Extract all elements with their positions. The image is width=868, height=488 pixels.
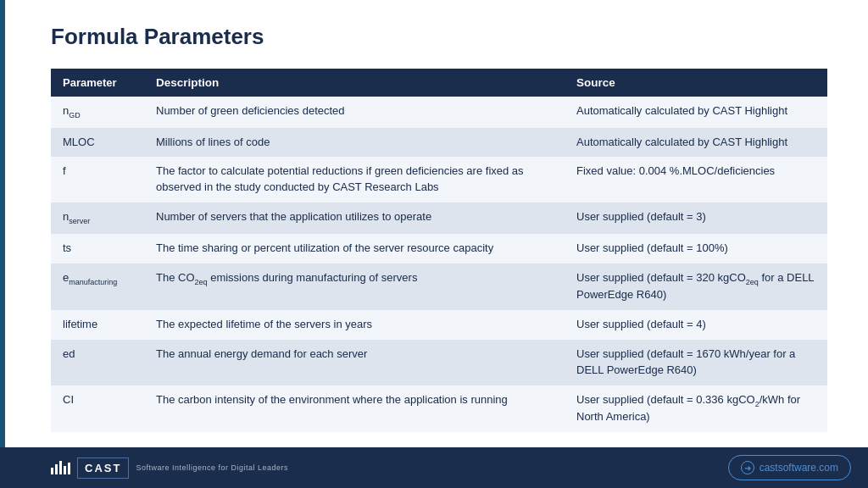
accent-bar	[0, 0, 5, 488]
page-content: Formula Parameters Parameter Description…	[0, 0, 868, 449]
table-row: CI The carbon intensity of the environme…	[51, 385, 827, 432]
table-row: lifetime The expected lifetime of the se…	[51, 310, 827, 340]
source-ts: User supplied (default = 100%)	[565, 234, 827, 263]
desc-ed: The annual energy demand for each server	[144, 340, 565, 385]
table-row: nserver Number of servers that the appli…	[51, 202, 827, 234]
page-title: Formula Parameters	[51, 24, 827, 50]
table-header-row: Parameter Description Source	[51, 69, 827, 97]
desc-emanufacturing: The CO2eq emissions during manufacturing…	[144, 263, 565, 310]
website-link[interactable]: ➜ castsoftware.com	[728, 455, 851, 480]
param-ts: ts	[51, 234, 144, 263]
bar5	[68, 463, 70, 474]
param-nserver: nserver	[51, 202, 144, 234]
cast-logo: CAST Software Intelligence for Digital L…	[51, 458, 288, 479]
website-text: castsoftware.com	[760, 462, 838, 474]
cast-logo-text: CAST	[85, 462, 121, 474]
source-ci: User supplied (default = 0.336 kgCO2/kWh…	[565, 385, 827, 432]
table-row: ed The annual energy demand for each ser…	[51, 340, 827, 385]
desc-ts: The time sharing or percent utilization …	[144, 234, 565, 263]
param-ed: ed	[51, 340, 144, 385]
bar3	[59, 461, 62, 474]
desc-nserver: Number of servers that the application u…	[144, 202, 565, 234]
header-source: Source	[565, 69, 827, 97]
header-description: Description	[144, 69, 565, 97]
param-f: f	[51, 157, 144, 202]
bar2	[55, 464, 58, 474]
desc-ngd: Number of green deficiencies detected	[144, 97, 565, 128]
bar1	[51, 468, 53, 474]
source-ed: User supplied (default = 1670 kWh/year f…	[565, 340, 827, 385]
param-lifetime: lifetime	[51, 310, 144, 340]
cast-tagline: Software Intelligence for Digital Leader…	[136, 463, 288, 472]
desc-mloc: Millions of lines of code	[144, 128, 565, 158]
desc-lifetime: The expected lifetime of the servers in …	[144, 310, 565, 340]
external-link-icon: ➜	[741, 461, 754, 474]
bar4	[64, 466, 66, 474]
desc-f: The factor to calculate potential reduct…	[144, 157, 565, 202]
parameters-table: Parameter Description Source nGD Number …	[51, 69, 827, 432]
cast-bars-icon	[51, 461, 70, 474]
source-emanufacturing: User supplied (default = 320 kgCO2eq for…	[565, 263, 827, 310]
param-mloc: MLOC	[51, 128, 144, 158]
param-emanufacturing: emanufacturing	[51, 263, 144, 310]
table-row: f The factor to calculate potential redu…	[51, 157, 827, 202]
table-row: emanufacturing The CO2eq emissions durin…	[51, 263, 827, 310]
table-row: ts The time sharing or percent utilizati…	[51, 234, 827, 263]
source-ngd: Automatically calculated by CAST Highlig…	[565, 97, 827, 128]
param-ngd: nGD	[51, 97, 144, 128]
table-row: nGD Number of green deficiencies detecte…	[51, 97, 827, 128]
source-mloc: Automatically calculated by CAST Highlig…	[565, 128, 827, 158]
cast-logo-box: CAST	[77, 458, 129, 479]
source-lifetime: User supplied (default = 4)	[565, 310, 827, 340]
footer: CAST Software Intelligence for Digital L…	[0, 447, 868, 488]
source-f: Fixed value: 0.004 %.MLOC/deficiencies	[565, 157, 827, 202]
table-row: MLOC Millions of lines of code Automatic…	[51, 128, 827, 158]
header-parameter: Parameter	[51, 69, 144, 97]
desc-ci: The carbon intensity of the environment …	[144, 385, 565, 432]
param-ci: CI	[51, 385, 144, 432]
source-nserver: User supplied (default = 3)	[565, 202, 827, 234]
